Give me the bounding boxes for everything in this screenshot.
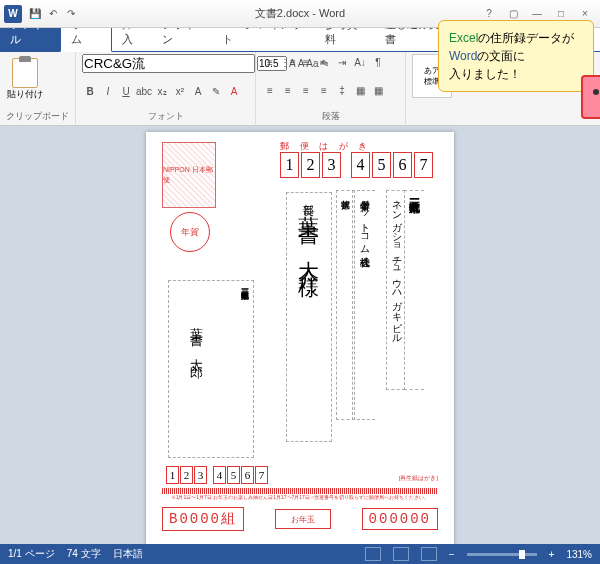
view-web-icon[interactable] — [421, 547, 437, 561]
group-paragraph: ≡ ⋮≡ ≡ ⇤ ⇥ A↓ ¶ ≡ ≡ ≡ ≡ ‡ ▦ ▦ 段落 — [256, 52, 406, 125]
zoom-slider[interactable] — [467, 553, 537, 556]
page-count[interactable]: 1/1 ページ — [8, 547, 55, 561]
page: 郵 便 は が き NIPPON 日本郵便 年賀 1 2 3 4 5 6 7 東… — [146, 132, 454, 544]
numbering-icon[interactable]: ⋮≡ — [280, 54, 296, 70]
word-count[interactable]: 74 文字 — [67, 547, 101, 561]
sort-icon[interactable]: A↓ — [352, 54, 368, 70]
recipient-name-text: 葉書 大介 — [297, 199, 321, 260]
zip-digit: 5 — [372, 152, 391, 178]
zip-digit: 5 — [227, 466, 240, 484]
zip-digit: 3 — [194, 466, 207, 484]
window-title: 文書2.docx - Word — [255, 6, 345, 21]
align-right-icon[interactable]: ≡ — [298, 82, 314, 98]
indent-dec-icon[interactable]: ⇤ — [316, 54, 332, 70]
word-app-icon: W — [4, 5, 22, 23]
nenga-seal: 年賀 — [170, 212, 210, 252]
show-marks-icon[interactable]: ¶ — [370, 54, 386, 70]
lottery-row: B0000組 お年玉 000000 — [162, 506, 438, 532]
zip-digit: 6 — [241, 466, 254, 484]
font-color-icon[interactable]: A — [226, 84, 242, 100]
underline-icon[interactable]: U — [118, 84, 134, 100]
undo-icon[interactable]: ↶ — [46, 7, 60, 21]
quick-access-toolbar: 💾 ↶ ↷ — [28, 7, 78, 21]
group-clipboard: 貼り付け クリップボード — [0, 52, 76, 125]
zip-digit: 2 — [301, 152, 320, 178]
view-print-icon[interactable] — [393, 547, 409, 561]
zip-digit: 7 — [414, 152, 433, 178]
group-font: A A Aa ✎ B I U abc x₂ x² A ✎ A フォント — [76, 52, 256, 125]
sender-name: 葉書 太郎 — [187, 317, 205, 360]
lottery-number: 000000 — [362, 508, 438, 530]
lottery-group: B0000組 — [162, 507, 244, 531]
recipient-zip: 1 2 3 4 5 6 7 — [280, 152, 433, 178]
para-group-label: 段落 — [262, 110, 399, 123]
recipient-address-2: ネンガショチュウハガキビル — [386, 190, 405, 390]
redo-icon[interactable]: ↷ — [64, 7, 78, 21]
paste-button[interactable]: 貼り付け — [6, 54, 44, 104]
zip-digit: 4 — [213, 466, 226, 484]
stamp-art: NIPPON 日本郵便 — [163, 143, 215, 207]
sender-zip: 1 2 3 4 5 6 7 — [166, 466, 268, 484]
font-name-input[interactable] — [82, 54, 255, 73]
zip-digit: 1 — [280, 152, 299, 178]
superscript-icon[interactable]: x² — [172, 84, 188, 100]
zoom-out-icon[interactable]: − — [449, 549, 455, 560]
indent-inc-icon[interactable]: ⇥ — [334, 54, 350, 70]
font-group-label: フォント — [82, 110, 249, 123]
clipboard-icon — [12, 58, 38, 88]
subscript-icon[interactable]: x₂ — [154, 84, 170, 100]
stamp-area: NIPPON 日本郵便 — [162, 142, 216, 208]
recycled-note: [再生紙はがき] — [399, 474, 438, 483]
recipient-name: 部長葉書 大介様 — [286, 192, 332, 442]
save-icon[interactable]: 💾 — [28, 7, 42, 21]
italic-icon[interactable]: I — [100, 84, 116, 100]
borders-icon[interactable]: ▦ — [370, 82, 386, 98]
text-effects-icon[interactable]: A — [190, 84, 206, 100]
view-read-icon[interactable] — [365, 547, 381, 561]
recipient-address-1: 東京都千代田区葉町五ー七ー一六 — [404, 190, 424, 390]
shading-icon[interactable]: ▦ — [352, 82, 368, 98]
bold-icon[interactable]: B — [82, 84, 98, 100]
red-note: ※1月1日〜1月7日 お年玉のお楽しみ抽せん日1月17〜7月17日 ○当選番号を… — [162, 494, 438, 500]
tutorial-callout: Excelの住所録データが Wordの文面に 入りました！ — [438, 20, 594, 92]
zoom-level[interactable]: 131% — [566, 549, 592, 560]
otoshidama-label: お年玉 — [275, 509, 331, 529]
multilevel-icon[interactable]: ≡ — [298, 54, 314, 70]
statusbar: 1/1 ページ 74 文字 日本語 − + 131% — [0, 544, 600, 564]
zip-digit: 4 — [351, 152, 370, 178]
recipient-company: 年賀暑中ドットコム株式会社 — [352, 190, 375, 420]
recipient-honorific: 様 — [297, 260, 321, 268]
highlight-icon[interactable]: ✎ — [208, 84, 224, 100]
align-left-icon[interactable]: ≡ — [262, 82, 278, 98]
callout-excel: Excel — [449, 31, 478, 45]
callout-word: Word — [449, 49, 477, 63]
bullets-icon[interactable]: ≡ — [262, 54, 278, 70]
zoom-in-icon[interactable]: + — [549, 549, 555, 560]
zip-digit: 6 — [393, 152, 412, 178]
zip-digit: 2 — [180, 466, 193, 484]
align-center-icon[interactable]: ≡ — [280, 82, 296, 98]
zip-digit: 1 — [166, 466, 179, 484]
line-spacing-icon[interactable]: ‡ — [334, 82, 350, 98]
zip-digit: 3 — [322, 152, 341, 178]
document-area[interactable]: 郵 便 は が き NIPPON 日本郵便 年賀 1 2 3 4 5 6 7 東… — [0, 126, 600, 544]
justify-icon[interactable]: ≡ — [316, 82, 332, 98]
lang-indicator[interactable]: 日本語 — [113, 547, 143, 561]
mascot-icon — [581, 75, 600, 119]
clipboard-group-label: クリップボード — [6, 110, 69, 123]
zip-digit: 7 — [255, 466, 268, 484]
sender-box: 東京都千代田区葉町一ー二ー三 葉書 太郎 — [168, 280, 254, 458]
recipient-dept: 年賀状部 — [336, 190, 355, 420]
paste-label: 貼り付け — [7, 88, 43, 101]
strike-icon[interactable]: abc — [136, 84, 152, 100]
